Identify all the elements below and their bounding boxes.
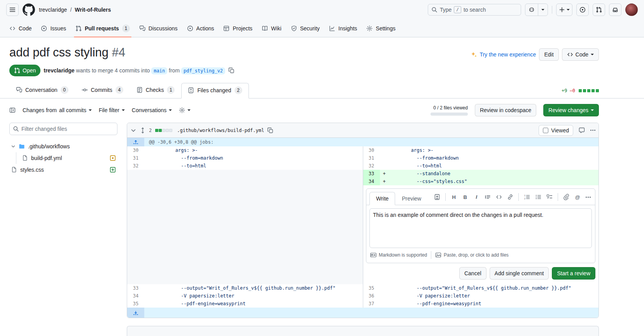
drag-handle-icon[interactable] bbox=[140, 127, 146, 134]
tab-checks[interactable]: Checks 1 bbox=[130, 83, 182, 98]
nav-tab-issues[interactable]: Issues bbox=[37, 19, 70, 37]
numbered-list-icon[interactable]: 12 bbox=[524, 194, 530, 200]
edit-button[interactable]: Edit bbox=[539, 48, 558, 61]
review-in-codespace-button[interactable]: Review in codespace bbox=[475, 104, 536, 116]
heading-icon[interactable]: H bbox=[451, 194, 457, 200]
viewed-label: Viewed bbox=[551, 127, 569, 134]
nav-tab-pull-requests[interactable]: Pull requests 1 bbox=[72, 19, 134, 37]
start-review-button[interactable]: Start a review bbox=[552, 267, 595, 280]
changes-from-dropdown[interactable]: Changes from all commits bbox=[23, 107, 92, 113]
file-path[interactable]: .github/workflows/build-pdf.yml bbox=[177, 128, 264, 133]
copilot-menu-button[interactable] bbox=[538, 4, 548, 16]
bold-icon[interactable]: B bbox=[462, 194, 468, 200]
search-placeholder-suffix: to search bbox=[464, 7, 486, 13]
link-icon[interactable] bbox=[507, 194, 513, 200]
copilot-chat-button[interactable] bbox=[525, 4, 538, 16]
write-tab[interactable]: Write bbox=[369, 192, 395, 205]
create-new-button[interactable] bbox=[556, 4, 572, 16]
tab-count: 0 bbox=[61, 86, 68, 94]
task-list-icon[interactable] bbox=[546, 194, 553, 200]
nav-tab-count: 1 bbox=[122, 25, 130, 32]
copilot-button bbox=[525, 4, 548, 16]
head-branch-label[interactable]: pdf_styling_v2 bbox=[181, 67, 225, 74]
add-single-comment-button[interactable]: Add single comment bbox=[490, 267, 549, 280]
cancel-button[interactable]: Cancel bbox=[459, 267, 486, 280]
filter-changed-files-input[interactable] bbox=[9, 123, 117, 135]
next-file-card[interactable] bbox=[127, 326, 599, 336]
changes-from-label: Changes from bbox=[23, 107, 57, 113]
diff-row[interactable]: 30 args: >- 30 args: >- bbox=[127, 146, 598, 154]
tree-file-build-pdf-yml[interactable]: build-pdf.yml bbox=[20, 152, 117, 164]
review-changes-button[interactable]: Review changes bbox=[543, 104, 599, 116]
user-avatar[interactable] bbox=[625, 4, 638, 16]
viewed-checkbox[interactable] bbox=[543, 128, 548, 133]
nav-tab-actions[interactable]: Actions bbox=[183, 19, 218, 37]
nav-tab-wiki[interactable]: Wiki bbox=[258, 19, 285, 37]
markdown-supported-label: Markdown is supported bbox=[379, 252, 427, 258]
markdown-supported-link[interactable]: Markdown is supported bbox=[370, 252, 427, 258]
breadcrumb-repo[interactable]: Writ-of-Rulers bbox=[75, 7, 111, 13]
base-branch-label[interactable]: main bbox=[151, 67, 167, 74]
diffstat-block bbox=[155, 129, 158, 132]
nav-tab-discussions[interactable]: Discussions bbox=[135, 19, 182, 37]
nav-tab-settings[interactable]: Settings bbox=[362, 19, 399, 37]
diff-row[interactable]: 31 --from=markdown 31 --from=markdown bbox=[127, 154, 598, 162]
chevron-down-icon bbox=[567, 9, 570, 11]
tree-folder-github-workflows[interactable]: .github/workflows bbox=[9, 141, 117, 152]
tab-files-changed[interactable]: Files changed 2 bbox=[181, 83, 248, 99]
diff-settings-dropdown[interactable] bbox=[179, 107, 191, 113]
issues-button[interactable] bbox=[576, 4, 589, 16]
tab-label: Checks bbox=[146, 87, 164, 93]
more-toolbar-options-icon[interactable] bbox=[586, 197, 591, 198]
tab-commits[interactable]: Commits 4 bbox=[75, 83, 130, 98]
conversations-dropdown[interactable]: Conversations bbox=[132, 107, 172, 113]
github-logo-icon[interactable] bbox=[23, 4, 35, 16]
try-new-experience-link[interactable]: Try the new experience bbox=[471, 51, 536, 58]
diff-row[interactable]: 34 -V papersize:letter 36 -V papersize:l… bbox=[127, 292, 598, 300]
hamburger-button[interactable] bbox=[6, 4, 19, 16]
tree-file-label: build-pdf.yml bbox=[31, 155, 62, 161]
hunk-row: @@ -30,6 +30,8 @@ jobs: bbox=[127, 138, 598, 146]
inbox-button[interactable] bbox=[609, 4, 621, 16]
comment-textarea[interactable]: This is an example of comment direct on … bbox=[369, 208, 592, 248]
expand-down-button[interactable] bbox=[127, 308, 144, 318]
paperclip-icon[interactable] bbox=[563, 194, 569, 200]
tab-conversation[interactable]: Conversation 0 bbox=[9, 83, 75, 98]
expand-hunk-button[interactable] bbox=[127, 138, 144, 146]
pr-author: trevclaridge bbox=[44, 67, 74, 74]
diff-row[interactable]: 33 --output="Writ_of_Rulers_v${{ github.… bbox=[127, 284, 598, 292]
added-diff-row[interactable]: 33+ --standalone bbox=[363, 170, 598, 178]
toolbar-divider bbox=[445, 193, 446, 201]
preview-tab[interactable]: Preview bbox=[395, 192, 428, 205]
breadcrumb-owner[interactable]: trevclaridge bbox=[39, 7, 67, 13]
code-dropdown-button[interactable]: Code bbox=[562, 48, 599, 61]
code-icon[interactable] bbox=[496, 194, 502, 200]
comment-discussion-icon bbox=[139, 25, 145, 32]
nav-tab-projects[interactable]: Projects bbox=[219, 19, 256, 37]
search-placeholder-prefix: Type bbox=[440, 7, 452, 13]
kebab-menu-icon[interactable] bbox=[590, 130, 595, 131]
nav-tab-security[interactable]: Security bbox=[287, 19, 324, 37]
search-input[interactable]: Type / to search bbox=[428, 4, 521, 16]
italic-icon[interactable]: I bbox=[473, 194, 480, 200]
file-filter-dropdown[interactable]: File filter bbox=[99, 107, 125, 113]
tree-file-styles-css[interactable]: styles.css bbox=[9, 164, 117, 176]
saved-replies-icon[interactable] bbox=[434, 194, 440, 200]
nav-tab-code[interactable]: Code bbox=[5, 19, 35, 37]
added-diff-row[interactable]: 34+ --css="styles.css" bbox=[363, 178, 598, 185]
diff-row[interactable]: 32 --to=html 32 --to=html bbox=[127, 162, 598, 170]
mention-icon[interactable]: @ bbox=[574, 194, 581, 200]
pull-requests-button[interactable] bbox=[593, 4, 605, 16]
nav-tab-insights[interactable]: Insights bbox=[325, 19, 361, 37]
copy-icon[interactable] bbox=[228, 67, 234, 74]
comment-icon[interactable] bbox=[579, 127, 585, 134]
attach-files-button[interactable]: Paste, drop, or click to add files bbox=[435, 252, 509, 258]
chevron-down-icon[interactable] bbox=[130, 127, 136, 134]
quote-icon[interactable] bbox=[485, 194, 491, 200]
bullet-list-icon[interactable] bbox=[535, 194, 541, 200]
viewed-toggle[interactable]: Viewed bbox=[539, 125, 573, 136]
pr-merge-text: wants to merge 4 commits into bbox=[76, 67, 150, 74]
diff-row[interactable]: 35 --pdf-engine=weasyprint 37 --pdf-engi… bbox=[127, 300, 598, 308]
copy-icon[interactable] bbox=[267, 127, 273, 134]
sidebar-collapse-icon[interactable] bbox=[9, 107, 16, 113]
